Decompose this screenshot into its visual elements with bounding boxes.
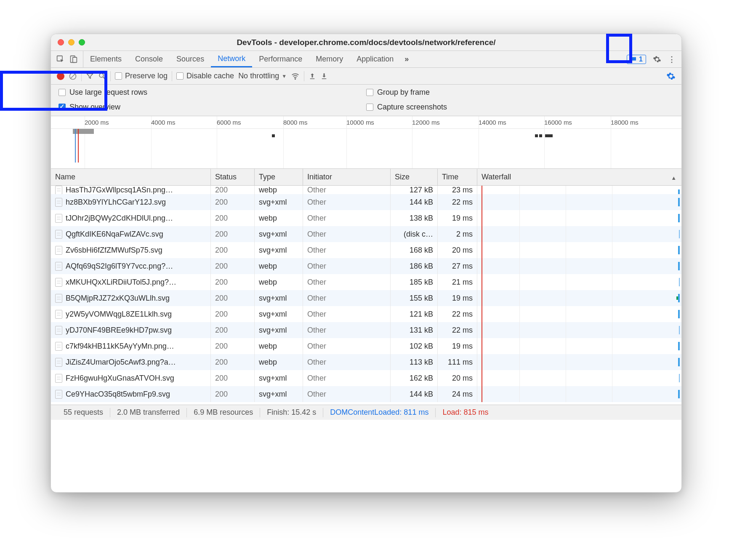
preserve-log-checkbox[interactable]: Preserve log: [115, 72, 168, 80]
cell-name: c7kf94kHB11kK5AyYyMn.png…: [51, 338, 211, 354]
show-overview-checkbox[interactable]: Show overview: [59, 103, 366, 112]
kebab-icon[interactable]: ⋮: [668, 55, 676, 64]
cell-size: 185 kB: [391, 274, 438, 290]
table-row[interactable]: B5QMjpRJZ72xKQ3uWLlh.svg200svg+xmlOther1…: [51, 290, 681, 306]
gear-icon[interactable]: [653, 55, 661, 64]
col-size[interactable]: Size: [391, 169, 438, 185]
record-icon[interactable]: [57, 72, 64, 80]
cell-initiator: Other: [303, 194, 391, 210]
search-icon[interactable]: [98, 72, 106, 80]
devtools-window: DevTools - developer.chrome.com/docs/dev…: [51, 34, 682, 493]
tab-memory[interactable]: Memory: [309, 51, 350, 67]
network-toolbar: Preserve log Disable cache No throttling…: [51, 68, 681, 85]
overview-timeline[interactable]: 2000 ms4000 ms6000 ms8000 ms10000 ms1200…: [51, 116, 681, 169]
table-row[interactable]: FzH6gwuHgXuGnasATVOH.svg200svg+xmlOther1…: [51, 370, 681, 386]
large-rows-checkbox[interactable]: Use large request rows: [59, 88, 366, 97]
cell-type: svg+xml: [255, 226, 303, 242]
wifi-icon[interactable]: [291, 72, 300, 80]
upload-icon[interactable]: [309, 72, 316, 80]
file-icon: [55, 278, 62, 287]
capture-screenshots-checkbox[interactable]: Capture screenshots: [366, 103, 676, 112]
filter-icon[interactable]: [86, 72, 94, 80]
tab-sources[interactable]: Sources: [170, 51, 211, 67]
clear-icon[interactable]: [69, 72, 77, 80]
cell-time: 19 ms: [438, 210, 477, 226]
cell-size: (disk c…: [391, 226, 438, 242]
tabs-overflow[interactable]: »: [400, 51, 413, 67]
table-row[interactable]: c7kf94kHB11kK5AyYyMn.png…200webpOther102…: [51, 338, 681, 354]
table-row[interactable]: HasThJ7GxWllpcsq1ASn.png…200webpOther127…: [51, 186, 681, 194]
timeline-early-block: [73, 129, 94, 134]
table-row[interactable]: JiZisZ4UmarOjo5cAwf3.png?a…200webpOther1…: [51, 354, 681, 370]
cell-initiator: Other: [303, 290, 391, 306]
tab-network[interactable]: Network: [211, 51, 252, 67]
table-row[interactable]: Ce9YHacO35q8t5wbmFp9.svg200svg+xmlOther1…: [51, 386, 681, 402]
tab-application[interactable]: Application: [350, 51, 400, 67]
col-initiator[interactable]: Initiator: [303, 169, 391, 185]
timeline-tick: 12000 ms: [412, 119, 440, 126]
table-row[interactable]: y2W5yVOMWqgL8ZE1Lklh.svg200svg+xmlOther1…: [51, 306, 681, 322]
table-row[interactable]: Zv6sbHi6fZfZMWufSp75.svg200svg+xmlOther1…: [51, 242, 681, 258]
tab-elements[interactable]: Elements: [83, 51, 128, 67]
col-status[interactable]: Status: [211, 169, 255, 185]
table-row[interactable]: QgftKdIKE6NqaFwlZAVc.svg200svg+xmlOther(…: [51, 226, 681, 242]
cell-type: svg+xml: [255, 194, 303, 210]
cell-name: y2W5yVOMWqgL8ZE1Lklh.svg: [51, 306, 211, 322]
cell-time: 22 ms: [438, 322, 477, 338]
timeline-tick: 8000 ms: [283, 119, 308, 126]
file-icon: [55, 342, 62, 351]
window-title: DevTools - developer.chrome.com/docs/dev…: [51, 38, 681, 47]
file-icon: [55, 230, 62, 239]
cell-time: 19 ms: [438, 290, 477, 306]
table-row[interactable]: hz8BXb9YlYLhCGarY12J.svg200svg+xmlOther1…: [51, 194, 681, 210]
table-row[interactable]: xMKUHQxXLiRDiiUTol5J.png?…200webpOther18…: [51, 274, 681, 290]
table-row[interactable]: yDJ70NF49BREe9kHD7pw.svg200svg+xmlOther1…: [51, 322, 681, 338]
group-by-frame-checkbox[interactable]: Group by frame: [366, 88, 676, 97]
network-settings-gear-icon[interactable]: [666, 72, 676, 81]
col-time[interactable]: Time: [438, 169, 477, 185]
close-icon[interactable]: [58, 39, 64, 45]
tab-performance[interactable]: Performance: [252, 51, 309, 67]
timeline-tick: 18000 ms: [611, 119, 639, 126]
cell-time: 20 ms: [438, 370, 477, 386]
cell-type: webp: [255, 258, 303, 274]
cell-initiator: Other: [303, 258, 391, 274]
cell-waterfall: [477, 386, 681, 402]
col-type[interactable]: Type: [255, 169, 303, 185]
col-waterfall[interactable]: Waterfall ▲: [477, 169, 681, 185]
cell-waterfall: [477, 186, 681, 194]
minimize-icon[interactable]: [68, 39, 74, 45]
maximize-icon[interactable]: [79, 39, 85, 45]
cell-initiator: Other: [303, 226, 391, 242]
cell-type: webp: [255, 354, 303, 370]
tab-console[interactable]: Console: [128, 51, 170, 67]
table-row[interactable]: tJOhr2jBQWy2CdKHDlUl.png…200webpOther138…: [51, 210, 681, 226]
download-icon[interactable]: [320, 72, 328, 80]
timeline-tick: 6000 ms: [217, 119, 241, 126]
cell-size: 121 kB: [391, 306, 438, 322]
cell-status: 200: [211, 370, 255, 386]
issues-count: 1: [639, 56, 643, 63]
svg-rect-7: [322, 78, 327, 79]
svg-rect-2: [73, 57, 77, 62]
col-name[interactable]: Name: [51, 169, 211, 185]
status-finish: Finish: 15.42 s: [260, 408, 323, 417]
cell-waterfall: [477, 370, 681, 386]
device-toggle-icon[interactable]: [69, 55, 78, 64]
cell-time: 22 ms: [438, 306, 477, 322]
cell-initiator: Other: [303, 186, 391, 194]
cell-initiator: Other: [303, 242, 391, 258]
requests-table-header: Name Status Type Initiator Size Time Wat…: [51, 169, 681, 186]
timeline-tick: 10000 ms: [346, 119, 374, 126]
cell-waterfall: [477, 338, 681, 354]
issues-badge[interactable]: 1: [627, 55, 646, 64]
table-row[interactable]: AQfq69qS2Ig6lT9Y7vcc.png?…200webpOther18…: [51, 258, 681, 274]
svg-point-5: [295, 79, 296, 80]
throttling-select[interactable]: No throttling ▼: [238, 72, 287, 80]
cell-size: 131 kB: [391, 322, 438, 338]
throttling-label: No throttling: [238, 72, 279, 80]
disable-cache-checkbox[interactable]: Disable cache: [176, 72, 234, 80]
inspect-icon[interactable]: [56, 55, 65, 64]
requests-table-body[interactable]: HasThJ7GxWllpcsq1ASn.png…200webpOther127…: [51, 186, 681, 405]
cell-size: 144 kB: [391, 386, 438, 402]
